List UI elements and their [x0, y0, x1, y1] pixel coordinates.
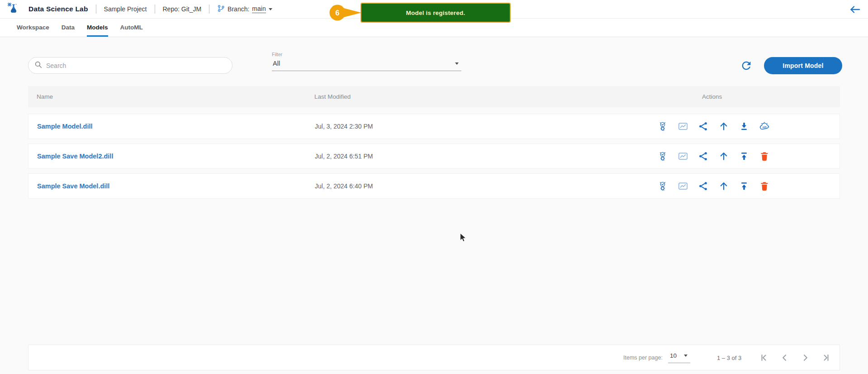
last-modified-value: Jul, 3, 2024 2:30 PM: [315, 114, 373, 139]
chevron-down-icon: [269, 8, 272, 10]
share-icon[interactable]: [698, 121, 709, 132]
column-header-name: Name: [37, 86, 53, 107]
row-actions: [657, 181, 770, 192]
branch-selector[interactable]: Branch: main: [217, 5, 272, 14]
chevron-down-icon: [455, 62, 459, 65]
items-per-page-select[interactable]: 10: [668, 352, 690, 363]
share-icon[interactable]: [698, 181, 709, 192]
tab-models[interactable]: Models: [87, 19, 108, 37]
next-page-button[interactable]: [800, 352, 811, 363]
branch-value: main: [252, 5, 266, 13]
download-icon[interactable]: [739, 121, 749, 132]
view-plots-icon[interactable]: [678, 121, 688, 132]
search-box[interactable]: [28, 57, 232, 74]
table-row: Sample Save Model2.dill Jul, 2, 2024 6:5…: [28, 144, 840, 169]
divider: [96, 5, 96, 14]
model-name-link[interactable]: Sample Save Model.dill: [37, 174, 109, 198]
ml-model-icon[interactable]: [657, 181, 668, 192]
column-header-actions: Actions: [702, 86, 722, 107]
tab-workspace[interactable]: Workspace: [17, 19, 49, 37]
pagination-range: 1 – 3 of 3: [717, 354, 741, 361]
step-badge-number: 6: [336, 9, 340, 17]
ml-model-icon[interactable]: [657, 121, 668, 132]
delete-icon[interactable]: [759, 151, 770, 162]
table-header: Name Last Modified Actions: [28, 86, 840, 107]
previous-page-button[interactable]: [779, 352, 790, 363]
divider: [209, 5, 209, 14]
filter-label: Filter: [272, 52, 461, 57]
items-per-page-label: Items per page:: [623, 355, 663, 361]
divider: [155, 5, 155, 14]
tab-data[interactable]: Data: [62, 19, 75, 37]
git-branch-icon: [217, 5, 225, 14]
promote-icon[interactable]: [718, 181, 729, 192]
pagination-nav: [759, 352, 831, 363]
search-input[interactable]: [46, 62, 232, 69]
repo-name: Repo: Git_JM: [163, 5, 202, 13]
view-plots-icon[interactable]: [678, 181, 688, 192]
branch-label: Branch:: [228, 5, 249, 13]
view-plots-icon[interactable]: [678, 151, 688, 162]
share-icon[interactable]: [698, 151, 709, 162]
promote-icon[interactable]: [718, 121, 729, 132]
toast-message: Model is registered.: [406, 10, 465, 16]
app-title: Data Science Lab: [28, 5, 88, 13]
filter-value: All: [273, 60, 280, 67]
items-per-page-value: 10: [670, 352, 677, 359]
model-name-link[interactable]: Sample Model.dill: [37, 114, 92, 139]
first-page-button[interactable]: [759, 352, 770, 363]
import-model-button[interactable]: Import Model: [764, 57, 842, 74]
refresh-button[interactable]: [740, 59, 753, 72]
row-actions: [657, 151, 770, 162]
chevron-down-icon: [684, 355, 688, 357]
back-arrow-button[interactable]: [849, 4, 861, 15]
ml-model-icon[interactable]: [657, 151, 668, 162]
upload-icon[interactable]: [739, 151, 749, 162]
deploy-api-icon[interactable]: API: [759, 121, 770, 132]
upload-icon[interactable]: [739, 181, 749, 192]
table-row: Sample Save Model.dill Jul, 2, 2024 6:40…: [28, 173, 840, 199]
project-name: Sample Project: [104, 5, 147, 13]
mouse-cursor: [460, 233, 469, 245]
toast-notification: Model is registered.: [360, 3, 511, 23]
svg-text:API: API: [763, 126, 767, 129]
app-logo-flask-icon: [6, 1, 20, 17]
last-page-button[interactable]: [820, 352, 831, 363]
row-actions: API: [657, 121, 770, 132]
tab-automl[interactable]: AutoML: [120, 19, 143, 37]
model-name-link[interactable]: Sample Save Model2.dill: [37, 144, 113, 168]
search-icon: [34, 61, 43, 71]
column-header-last-modified: Last Modified: [314, 86, 351, 107]
last-modified-value: Jul, 2, 2024 6:51 PM: [315, 144, 373, 168]
delete-icon[interactable]: [759, 181, 770, 192]
step-badge: 6: [329, 4, 363, 22]
filter-select[interactable]: Filter All: [272, 52, 461, 71]
pagination-bar: Items per page: 10 1 – 3 of 3: [28, 345, 840, 370]
promote-icon[interactable]: [718, 151, 729, 162]
table-row: Sample Model.dill Jul, 3, 2024 2:30 PM: [28, 114, 840, 139]
last-modified-value: Jul, 2, 2024 6:40 PM: [315, 174, 373, 198]
